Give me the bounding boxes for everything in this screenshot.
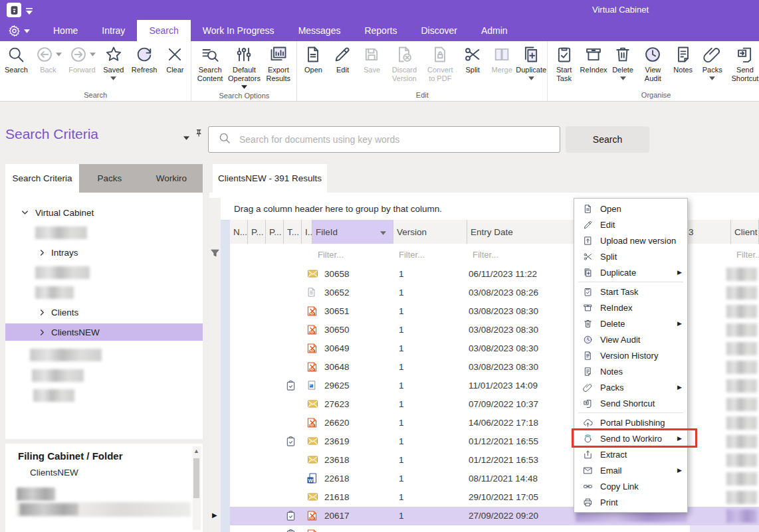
settings-gear-icon[interactable]	[8, 25, 30, 37]
menu-item-duplicate[interactable]: Duplicate▶	[574, 264, 687, 280]
menu-item-version-history[interactable]: Version History	[574, 347, 687, 363]
mail-file-icon	[307, 268, 318, 282]
search-button[interactable]: Search	[566, 126, 649, 153]
menu-item-send-shortcut[interactable]: Send Shortcut	[574, 395, 687, 411]
ribbon-button-send-shortcut[interactable]: Send Shortcut	[727, 43, 759, 82]
menu-item-email[interactable]: Email▶	[574, 462, 687, 478]
forward-icon	[68, 44, 88, 64]
ribbon-button-export-results[interactable]: Export Results	[261, 43, 295, 82]
ribbon-group-search-options: Search ContentDefault Operators Export R…	[191, 41, 297, 101]
menu-item-print[interactable]: Print	[574, 494, 687, 510]
menu-item-delete[interactable]: Delete▶	[574, 315, 687, 331]
ribbon-button-clear[interactable]: Clear	[160, 43, 189, 74]
ribbon-button-label: Convert to PDF	[425, 66, 455, 82]
filter-cell-fileid[interactable]: Filter...	[312, 244, 399, 265]
menu-item-send-to-workiro[interactable]: Send to Workiro▶	[574, 430, 687, 446]
menu-item-label: Copy Link	[600, 482, 639, 491]
menu-tab-home[interactable]: Home	[41, 20, 90, 41]
ribbon-button-refresh[interactable]: Refresh	[128, 43, 161, 74]
menu-item-edit[interactable]: Edit	[574, 217, 687, 232]
menu-tab-discover[interactable]: Discover	[409, 20, 469, 41]
file-id: 26620	[324, 418, 350, 428]
chevron-down-icon[interactable]	[21, 210, 29, 215]
workiro-icon	[582, 433, 593, 444]
panel-tab-workiro[interactable]: Workiro	[140, 164, 203, 193]
back-icon	[35, 44, 54, 64]
dropdown-caret-icon	[528, 75, 534, 80]
ribbon-button-delete[interactable]: Delete	[608, 43, 637, 80]
results-tab[interactable]: ClientsNEW - 391 Results	[213, 164, 327, 193]
chevron-right-icon[interactable]	[40, 329, 45, 336]
menu-item-view-audit[interactable]: View Audit	[574, 331, 687, 347]
column-header-client[interactable]: Client	[731, 220, 759, 244]
quick-access-caret-icon[interactable]	[25, 5, 33, 17]
ribbon-button-split[interactable]: Split	[458, 43, 487, 74]
tree-item-virtual-cabinet[interactable]: Virtual Cabinet	[21, 204, 94, 221]
menu-item-upload-new-version[interactable]: Upload new version	[574, 232, 687, 248]
menu-tab-search[interactable]: Search	[137, 20, 190, 41]
filing-panel-title: Filing Cabinet / Folder	[18, 450, 123, 462]
panel-scrollbar[interactable]: ▲	[193, 446, 201, 530]
ribbon-button-edit[interactable]: Edit	[328, 43, 357, 74]
column-header-version[interactable]: Version	[393, 220, 467, 244]
ribbon-button-open[interactable]: Open	[298, 43, 328, 74]
menu-item-reindex[interactable]: ReIndex	[574, 300, 687, 315]
search-criteria-caret-icon[interactable]	[183, 131, 189, 143]
column-header-i[interactable]: I...	[302, 220, 312, 244]
panel-tab-search-criteria[interactable]: Search Criteria	[5, 164, 79, 193]
chevron-right-icon[interactable]	[40, 249, 45, 256]
tree-item-intrays[interactable]: Intrays	[40, 244, 78, 261]
filter-cell-entry-date[interactable]: Filter...	[467, 244, 582, 265]
menu-tab-messages[interactable]: Messages	[286, 20, 353, 41]
ribbon-button-view-audit[interactable]: View Audit	[637, 43, 669, 82]
ribbon-button-duplicate[interactable]: Duplicate	[516, 43, 546, 80]
tree-item-clientsnew[interactable]: ClientsNEW	[40, 323, 100, 341]
menu-tab-admin[interactable]: Admin	[469, 20, 520, 41]
pin-icon[interactable]	[195, 128, 203, 140]
entry-date-value: 03/08/2023 08:30	[469, 306, 535, 316]
menu-item-copy-link[interactable]: Copy Link	[574, 478, 687, 494]
menu-item-start-task[interactable]: Start Task	[574, 284, 687, 300]
filter-cell-client[interactable]: Filter...	[731, 244, 759, 265]
filter-cell-version[interactable]: Filter...	[393, 244, 473, 265]
keyword-search-input[interactable]	[238, 133, 560, 145]
ribbon-button-label: Back	[40, 66, 56, 74]
app-logo-icon[interactable]	[7, 3, 21, 17]
column-header-entry-date[interactable]: Entry Date	[467, 220, 576, 244]
document-row-partial[interactable]: PDF	[230, 525, 759, 532]
chevron-right-icon[interactable]	[40, 309, 45, 316]
scroll-up-icon[interactable]: ▲	[193, 448, 199, 454]
column-header-fileid[interactable]: FileId	[312, 220, 393, 244]
ribbon-button-notes[interactable]: Notes	[669, 43, 698, 74]
tree-item-clients[interactable]: Clients	[40, 304, 78, 321]
version-value: 1	[399, 436, 404, 446]
menu-item-extract[interactable]: Extract	[574, 446, 687, 462]
menu-tab-reports[interactable]: Reports	[352, 20, 409, 41]
panel-tab-packs[interactable]: Packs	[79, 164, 140, 193]
ribbon-button-label: View Audit	[641, 66, 665, 82]
column-header-n[interactable]: N...	[230, 220, 248, 244]
ribbon-button-search-content[interactable]: Search Content	[193, 43, 227, 82]
ribbon-button-start-task[interactable]: Start Task	[549, 43, 579, 82]
column-header-p[interactable]: P...	[266, 220, 284, 244]
ribbon-button-reindex[interactable]: ReIndex	[579, 43, 608, 74]
column-dropdown-caret-icon[interactable]	[380, 227, 386, 237]
menu-tab-work-in-progress[interactable]: Work In Progress	[191, 20, 286, 41]
column-header-p[interactable]: P...	[248, 220, 266, 244]
menu-tab-intray[interactable]: Intray	[90, 20, 137, 41]
scroll-thumb[interactable]	[193, 458, 199, 498]
pencil-icon	[582, 219, 593, 230]
group-by-hint: Drag a column header here to group by th…	[234, 204, 442, 214]
ribbon-button-saved[interactable]: Saved	[99, 43, 128, 80]
menu-item-split[interactable]: Split	[574, 248, 687, 264]
menu-item-portal-publishing[interactable]: Portal Publishing	[574, 414, 687, 430]
redacted-block	[17, 488, 55, 501]
menu-item-notes[interactable]: Notes	[574, 363, 687, 379]
ribbon-button-search[interactable]: Search	[1, 43, 31, 74]
menu-item-open[interactable]: Open	[574, 201, 687, 217]
column-header-t[interactable]: T...	[284, 220, 302, 244]
ribbon-button-default-operators[interactable]: Default Operators	[227, 43, 261, 91]
filter-funnel-icon[interactable]	[211, 248, 219, 260]
ribbon-button-packs[interactable]: Packs	[698, 43, 727, 80]
menu-item-packs[interactable]: Packs▶	[574, 379, 687, 395]
